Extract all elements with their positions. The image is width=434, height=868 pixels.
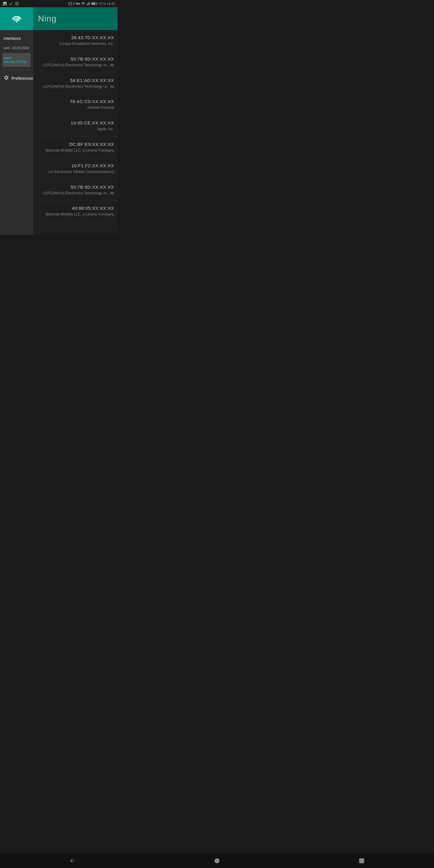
device-list[interactable]: 38:43:7D:XX:XX:XXCompal Broadband Networ… [33,30,118,235]
interfaces-label: Interfaces [2,34,31,42]
svg-rect-7 [89,2,90,5]
device-mac-address: 54:E1:AD:XX:XX:XX [37,78,114,83]
battery-time-text: 72 % 12:21 [98,2,115,5]
signal-status-icon [86,1,90,6]
wlan0-label: wlan0 - 192.168.0.167/24 [4,56,27,64]
app-title-bar: Ning [33,7,118,30]
device-list-item[interactable]: 38:43:7D:XX:XX:XXCompal Broadband Networ… [33,30,118,52]
svg-rect-10 [92,3,95,4]
device-mac-address: 14:95:CE:XX:XX:XX [37,120,114,125]
logo-container [11,13,22,24]
device-mac-address: DC:BF:E9:XX:XX:XX [37,142,114,147]
preferences-item[interactable]: Preferences [2,72,31,85]
device-vendor-name: LCFC(HeFei) Electronics Technology co., … [37,191,114,196]
svg-point-1 [16,3,18,4]
device-list-item[interactable]: 50:7B:9D:XX:XX:XXLCFC(HeFei) Electronics… [33,52,118,73]
top-header: Ning [0,7,118,30]
device-vendor-name: LCFC(HeFei) Electronics Technology co., … [37,63,114,68]
device-list-item[interactable]: 10:F1:F2:XX:XX:XXLG Electronics (Mobile … [33,158,118,180]
radio-status-icon [14,1,19,6]
status-bar: # 72 % 12:21 [0,0,118,7]
svg-rect-4 [87,4,87,5]
sidebar-content: Interfaces tun0 - 10.10.0.5/24 wlan0 - 1… [0,30,33,88]
device-list-item[interactable]: DC:BF:E9:XX:XX:XXMotorola Mobility LLC, … [33,137,118,158]
device-mac-address: 78:AC:C0:XX:XX:XX [37,99,114,104]
device-mac-address: 40:88:05:XX:XX:XX [37,206,114,211]
device-vendor-name: Motorola Mobility LLC, a Lenovo Company [37,212,114,217]
device-vendor-name: LG Electronics (Mobile Communications) [37,169,114,175]
preferences-gear-icon [4,75,9,82]
device-list-item[interactable]: 14:95:CE:XX:XX:XXApple, Inc. [33,116,118,137]
block-status-icon [68,1,72,6]
device-vendor-name: Hewlett Packard [37,105,114,110]
device-mac-address: 10:F1:F2:XX:XX:XX [37,163,114,168]
device-mac-address: 38:43:7D:XX:XX:XX [37,35,114,40]
middle-section: Interfaces tun0 - 10.10.0.5/24 wlan0 - 1… [0,30,118,235]
svg-point-12 [16,22,17,23]
status-left-icons [2,1,19,6]
key-status-icon [76,1,80,6]
device-vendor-name: Motorola Mobility LLC, a Lenovo Company [37,148,114,153]
app-logo-icon [11,13,22,24]
preferences-label: Preferences [11,76,34,81]
device-vendor-name: Compal Broadband Networks, Inc. [37,41,114,46]
sidebar-item-wlan0[interactable]: wlan0 - 192.168.0.167/24 [2,53,31,67]
battery-status-icon [91,1,97,6]
device-vendor-name: LCFC(HeFei) Electronics Technology co., … [37,84,114,89]
status-right-icons: # 72 % 12:21 [68,1,115,6]
device-mac-address: 50:7B:9D:XX:XX:XX [37,56,114,61]
sidebar-divider [2,69,31,70]
device-list-item[interactable]: 40:88:05:XX:XX:XXMotorola Mobility LLC, … [33,201,118,222]
app-logo-area [0,7,33,30]
wifi-status-icon [81,1,85,6]
sidebar: Interfaces tun0 - 10.10.0.5/24 wlan0 - 1… [0,30,33,235]
svg-rect-9 [96,3,97,4]
device-list-item[interactable]: 50:7B:9D:XX:XX:XXLCFC(HeFei) Electronics… [33,180,118,201]
device-mac-address: 50:7B:9D:XX:XX:XX [37,184,114,190]
app-container: # 72 % 12:21 [0,0,118,235]
device-vendor-name: Apple, Inc. [37,127,114,132]
sidebar-item-tun0[interactable]: tun0 - 10.10.0.5/24 [2,43,31,53]
tun0-label: tun0 - 10.10.0.5/24 [4,46,29,50]
image-status-icon [2,1,7,6]
check-status-icon [8,1,13,6]
svg-rect-6 [88,3,89,5]
hash-status-icon: # [73,1,75,6]
device-list-item[interactable]: 78:AC:C0:XX:XX:XXHewlett Packard [33,94,118,116]
svg-rect-5 [87,3,88,5]
app-title: Ning [38,14,57,24]
device-list-item[interactable]: 54:E1:AD:XX:XX:XXLCFC(HeFei) Electronics… [33,73,118,94]
